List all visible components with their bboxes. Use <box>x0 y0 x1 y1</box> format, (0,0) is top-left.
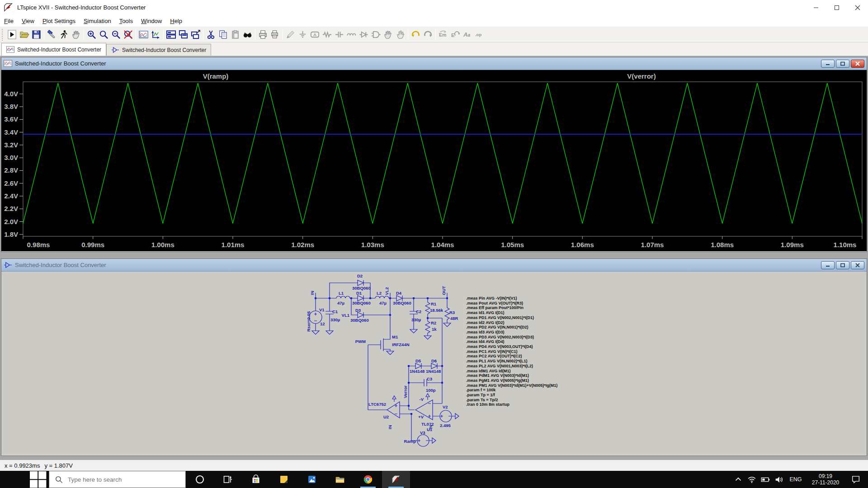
toolbar-print-preview-button[interactable] <box>269 28 281 41</box>
toolbar-cascade-windows-button[interactable] <box>177 28 189 41</box>
spice-directive-line: .param f = 100k <box>466 388 496 392</box>
taskbar-file-explorer-button[interactable] <box>326 471 354 488</box>
toolbar-save-button[interactable] <box>30 28 42 41</box>
schematic-label: D1 <box>356 291 362 296</box>
tab-bar: Switched-Inductor Boost Converter Switch… <box>0 42 868 56</box>
battery-icon[interactable] <box>759 474 772 484</box>
taskbar-sticky-notes-button[interactable] <box>270 471 298 488</box>
tab-schematic[interactable]: Switched-Inductor Boost Converter <box>106 44 211 56</box>
menu-simulation[interactable]: Simulation <box>80 16 115 26</box>
tab-waveform[interactable]: Switched-Inductor Boost Converter <box>1 43 106 56</box>
volume-icon[interactable] <box>772 474 786 484</box>
schematic-label: R1 <box>431 301 437 306</box>
schematic-label: IN <box>428 425 433 429</box>
resistor-symbols <box>425 302 449 333</box>
ground-icon <box>297 29 308 40</box>
schematic-minimize-button[interactable] <box>821 261 835 269</box>
toolbar-zoom-full-button[interactable] <box>122 28 134 41</box>
spice-directive-line: .meas PL2 AVG V(N001,N003)*I(L2) <box>466 364 533 368</box>
toolbar-copy-button[interactable] <box>217 28 229 41</box>
minimize-button[interactable] <box>806 0 826 15</box>
halt-icon <box>59 29 69 40</box>
schematic-label: 18.56k <box>430 308 443 313</box>
svg-text:3.4V: 3.4V <box>4 128 18 136</box>
taskbar-store-button[interactable] <box>242 471 270 488</box>
schematic-window: Switched-Inductor Boost Converter <box>1 258 867 456</box>
toolbar-zoom-out-button[interactable] <box>110 28 122 41</box>
toolbar-diode-button <box>358 28 370 41</box>
toolbar-zoom-in-button[interactable] <box>85 28 98 41</box>
plot-maximize-button[interactable] <box>836 60 849 68</box>
maximize-button[interactable] <box>826 0 847 15</box>
schematic-label: 30BQ060 <box>350 318 369 323</box>
schematic-canvas[interactable]: INRser=0.05V112C1330µL147µD130BQ060D230B… <box>1 272 867 455</box>
start-button[interactable] <box>27 471 49 488</box>
schematic-window-title-bar[interactable]: Switched-Inductor Boost Converter <box>1 259 867 272</box>
toolbar-print-button[interactable] <box>257 28 269 41</box>
svg-text:A: A <box>463 31 468 38</box>
taskbar-photos-button[interactable] <box>298 471 326 488</box>
action-center-icon[interactable] <box>845 474 866 484</box>
toolbar-tile-windows-button[interactable] <box>165 28 177 41</box>
taskbar-search[interactable] <box>49 471 186 488</box>
spice-directive-line: .meas PC1 AVG V(IN)*I(C1) <box>466 349 518 354</box>
schematic-maximize-button[interactable] <box>836 261 849 269</box>
svg-text:1.05ms: 1.05ms <box>501 241 524 249</box>
toolbar-cut-button[interactable] <box>205 28 217 41</box>
toolbar-control-panel-button[interactable] <box>46 28 58 41</box>
close-button[interactable] <box>847 0 868 15</box>
undo-icon <box>410 29 421 40</box>
schematic-label: 30BQ060 <box>352 300 371 305</box>
svg-text:2.8V: 2.8V <box>4 166 18 174</box>
search-input[interactable] <box>68 476 172 483</box>
toolbar-separator <box>163 29 164 40</box>
menu-window[interactable]: Window <box>137 16 166 26</box>
svg-text:1.00ms: 1.00ms <box>151 241 175 249</box>
schematic-label: IN <box>387 425 392 429</box>
schematic-label: C1 <box>332 309 338 314</box>
wifi-icon[interactable] <box>745 474 759 484</box>
schematic-label: Rser=0.05 <box>306 311 311 332</box>
plot-settings-icon <box>138 29 149 40</box>
toolbar-gripper[interactable] <box>2 29 4 41</box>
task-view-icon <box>222 474 233 485</box>
cascade-new-icon <box>190 29 201 40</box>
menu-tools[interactable]: Tools <box>115 16 137 26</box>
tray-chevron-up-icon[interactable] <box>731 474 745 484</box>
taskbar-ltspice-button[interactable] <box>382 471 410 488</box>
chrome-icon <box>363 474 373 485</box>
rotate-icon: E <box>450 29 461 40</box>
plot-close-button[interactable] <box>851 60 864 68</box>
toolbar-zoom-area-button[interactable] <box>98 28 110 41</box>
toolbar-find-button[interactable] <box>241 28 254 41</box>
plot-window-title: Switched-Inductor Boost Converter <box>15 60 106 67</box>
cursor-y-readout: y = 1.807V <box>44 462 73 469</box>
schematic-label: 47µ <box>337 300 344 305</box>
toolbar-plot-settings-button[interactable] <box>137 28 150 41</box>
toolbar-cascade-new-button[interactable] <box>189 28 202 41</box>
toolbar-open-button[interactable] <box>18 28 30 41</box>
plot-window-title-bar[interactable]: Switched-Inductor Boost Converter <box>1 57 867 70</box>
menu-help[interactable]: Help <box>166 16 186 26</box>
autorange-icon <box>151 29 161 40</box>
language-indicator[interactable]: ENG <box>786 476 806 483</box>
taskbar-task-view-button[interactable] <box>214 471 242 488</box>
toolbar-undo-button[interactable] <box>410 28 422 41</box>
toolbar-autorange-button[interactable] <box>150 28 162 41</box>
menu-file[interactable]: File <box>0 16 18 26</box>
toolbar-halt-button[interactable] <box>58 28 70 41</box>
toolbar-run-button[interactable] <box>6 28 18 41</box>
taskbar-clock[interactable]: 09:19 27-11-2020 <box>806 473 845 486</box>
drag-icon <box>395 29 406 40</box>
schematic-close-button[interactable] <box>851 261 864 269</box>
schematic-label: C3 <box>427 376 432 381</box>
taskbar-cortana-button[interactable] <box>186 471 214 488</box>
plot-canvas[interactable]: 4.0V3.8V3.6V3.4V3.2V3.0V2.8V2.6V2.4V2.2V… <box>1 70 867 251</box>
taskbar-chrome-button[interactable] <box>354 471 382 488</box>
menu-view[interactable]: View <box>18 16 38 26</box>
paste-icon <box>230 29 241 40</box>
spice-directive-line: .meas PD4 AVG V(N003,OUT)*I(D4) <box>466 344 533 349</box>
menu-plot-settings[interactable]: Plot Settings <box>38 16 80 26</box>
svg-text:1.02ms: 1.02ms <box>291 241 314 249</box>
plot-minimize-button[interactable] <box>821 60 835 68</box>
